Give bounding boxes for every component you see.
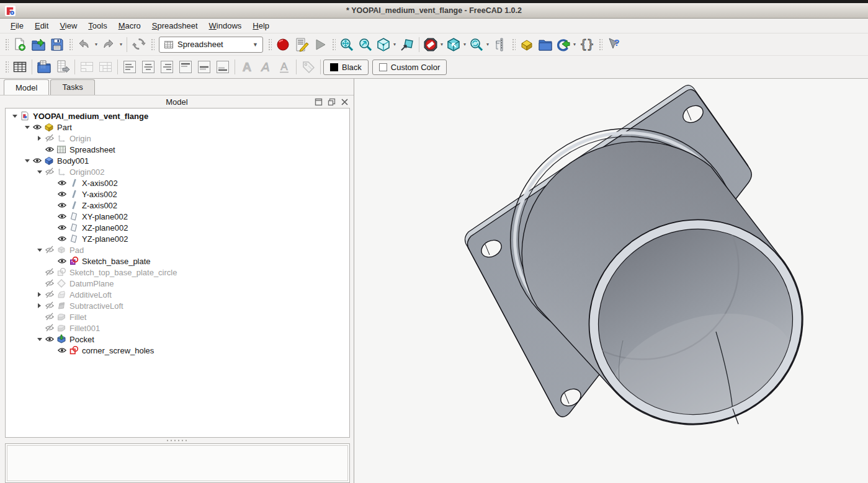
tree-item-pad[interactable]: Pad bbox=[6, 244, 349, 255]
close-panel-icon[interactable] bbox=[341, 98, 349, 106]
view-rotate-button[interactable] bbox=[445, 35, 462, 54]
align-left-button[interactable] bbox=[120, 58, 139, 76]
foreground-color-button[interactable]: Black bbox=[323, 60, 369, 75]
create-spreadsheet-button[interactable] bbox=[11, 58, 29, 76]
menu-file[interactable]: File bbox=[5, 19, 29, 32]
toolbar-grip[interactable] bbox=[4, 38, 9, 51]
view-isometric-dropdown[interactable]: ▾ bbox=[391, 35, 398, 54]
visibility-hidden-icon[interactable] bbox=[45, 312, 55, 322]
zoom-tools-button[interactable] bbox=[468, 35, 485, 54]
zoom-fit-all-button[interactable] bbox=[338, 35, 356, 54]
tree-item-yoopai-medium-vent-flange[interactable]: YOOPAI_medium_vent_flange bbox=[6, 110, 349, 122]
visibility-hidden-icon[interactable] bbox=[45, 133, 55, 143]
refresh-button[interactable] bbox=[130, 35, 148, 54]
tab-model[interactable]: Model bbox=[4, 79, 49, 95]
toolbar-grip[interactable] bbox=[68, 38, 73, 51]
measure-button[interactable] bbox=[491, 35, 509, 54]
tree-item-origin[interactable]: Origin bbox=[6, 133, 349, 144]
make-link-button[interactable] bbox=[555, 35, 571, 54]
visibility-visible-icon[interactable] bbox=[57, 223, 67, 233]
clipping-plane-dropdown[interactable]: ▾ bbox=[439, 35, 445, 54]
zoom-fit-selection-button[interactable] bbox=[356, 35, 375, 54]
align-center-button[interactable] bbox=[139, 58, 158, 76]
tree-expander[interactable] bbox=[9, 112, 20, 120]
tree-expander[interactable] bbox=[22, 157, 32, 164]
panel-splitter[interactable] bbox=[0, 438, 354, 443]
menu-view[interactable]: View bbox=[54, 19, 83, 32]
tree-expander[interactable] bbox=[34, 168, 45, 175]
align-top-button[interactable] bbox=[176, 58, 195, 76]
undo-dropdown[interactable]: ▾ bbox=[93, 35, 99, 54]
make-link-dropdown[interactable]: ▾ bbox=[571, 35, 578, 54]
tree-expander[interactable] bbox=[34, 335, 45, 343]
clipping-plane-button[interactable] bbox=[422, 35, 439, 54]
visibility-visible-icon[interactable] bbox=[45, 334, 55, 344]
toolbar-grip[interactable] bbox=[598, 38, 602, 51]
tree-item-origin002[interactable]: Origin002 bbox=[6, 166, 349, 177]
macro-record-button[interactable] bbox=[274, 35, 292, 54]
visibility-hidden-icon[interactable] bbox=[45, 167, 55, 177]
new-document-button[interactable] bbox=[11, 35, 29, 54]
visibility-visible-icon[interactable] bbox=[57, 345, 67, 355]
view-isometric-button[interactable] bbox=[375, 35, 391, 54]
tree-item-part[interactable]: Part bbox=[6, 122, 349, 133]
visibility-visible-icon[interactable] bbox=[32, 122, 42, 132]
tree-item-subtractiveloft[interactable]: SubtractiveLoft bbox=[6, 300, 349, 311]
view-rotate-dropdown[interactable]: ▾ bbox=[462, 35, 468, 54]
visibility-visible-icon[interactable] bbox=[57, 189, 67, 199]
float-panel-icon[interactable] bbox=[328, 98, 336, 106]
whats-this-button[interactable]: ? bbox=[604, 35, 623, 54]
style-underline-button[interactable]: A bbox=[275, 58, 293, 76]
tree-item-sketch-top-base-plate-circle[interactable]: Sketch_top_base_plate_circle bbox=[6, 267, 349, 278]
align-vcenter-button[interactable] bbox=[195, 58, 213, 76]
redo-dropdown[interactable]: ▾ bbox=[118, 35, 124, 54]
style-bold-button[interactable]: A bbox=[238, 58, 256, 76]
visibility-visible-icon[interactable] bbox=[57, 256, 67, 266]
toolbar-grip[interactable] bbox=[331, 38, 336, 51]
align-right-button[interactable] bbox=[158, 58, 176, 76]
tree-expander[interactable] bbox=[34, 135, 45, 142]
tree-item-spreadsheet[interactable]: Spreadsheet bbox=[6, 144, 349, 155]
tab-tasks[interactable]: Tasks bbox=[50, 79, 94, 95]
visibility-hidden-icon[interactable] bbox=[45, 301, 55, 311]
minimize-panel-icon[interactable] bbox=[315, 98, 323, 106]
visibility-hidden-icon[interactable] bbox=[45, 245, 55, 255]
redo-button[interactable] bbox=[99, 35, 118, 54]
import-spreadsheet-button[interactable] bbox=[35, 58, 53, 76]
visibility-hidden-icon[interactable] bbox=[45, 278, 55, 288]
tree-item-fillet001[interactable]: Fillet001 bbox=[6, 322, 349, 334]
tree-item-yz-plane002[interactable]: YZ-plane002 bbox=[6, 233, 349, 244]
menu-edit[interactable]: Edit bbox=[29, 19, 54, 32]
macro-edit-button[interactable] bbox=[292, 35, 311, 54]
save-document-button[interactable] bbox=[48, 35, 66, 54]
toolbar-grip[interactable] bbox=[267, 38, 272, 51]
tree-item-sketch-base-plate[interactable]: Sketch_base_plate bbox=[6, 255, 349, 267]
visibility-visible-icon[interactable] bbox=[57, 234, 67, 244]
tree-item-z-axis002[interactable]: Z-axis002 bbox=[6, 200, 349, 211]
tree-item-y-axis002[interactable]: Y-axis002 bbox=[6, 188, 349, 200]
menu-tools[interactable]: Tools bbox=[83, 19, 112, 32]
tree-item-xy-plane002[interactable]: XY-plane002 bbox=[6, 211, 349, 222]
tree-item-pocket[interactable]: Pocket bbox=[6, 334, 349, 345]
tree-expander[interactable] bbox=[34, 246, 45, 254]
visibility-hidden-icon[interactable] bbox=[45, 267, 55, 277]
tree-item-x-axis002[interactable]: X-axis002 bbox=[6, 177, 349, 188]
open-document-button[interactable] bbox=[29, 35, 48, 54]
tree-expander[interactable] bbox=[34, 291, 45, 298]
visibility-visible-icon[interactable] bbox=[57, 200, 67, 210]
align-bottom-button[interactable] bbox=[213, 58, 232, 76]
menu-spreadsheet[interactable]: Spreadsheet bbox=[146, 19, 204, 32]
background-color-button[interactable]: Custom Color bbox=[372, 60, 447, 75]
workbench-selector[interactable]: Spreadsheet ▼ bbox=[159, 37, 263, 53]
tree-item-fillet[interactable]: Fillet bbox=[6, 311, 349, 322]
zoom-tools-dropdown[interactable]: ▾ bbox=[485, 35, 491, 54]
undo-button[interactable] bbox=[74, 35, 93, 54]
view-align-selection-button[interactable] bbox=[398, 35, 416, 54]
tree-item-corner-screw-holes[interactable]: corner_screw_holes bbox=[6, 345, 349, 356]
visibility-visible-icon[interactable] bbox=[32, 156, 42, 166]
visibility-visible-icon[interactable] bbox=[45, 144, 55, 154]
menu-macro[interactable]: Macro bbox=[113, 19, 146, 32]
visibility-hidden-icon[interactable] bbox=[45, 290, 55, 299]
visibility-visible-icon[interactable] bbox=[57, 211, 67, 221]
toolbar-grip[interactable] bbox=[150, 38, 154, 51]
